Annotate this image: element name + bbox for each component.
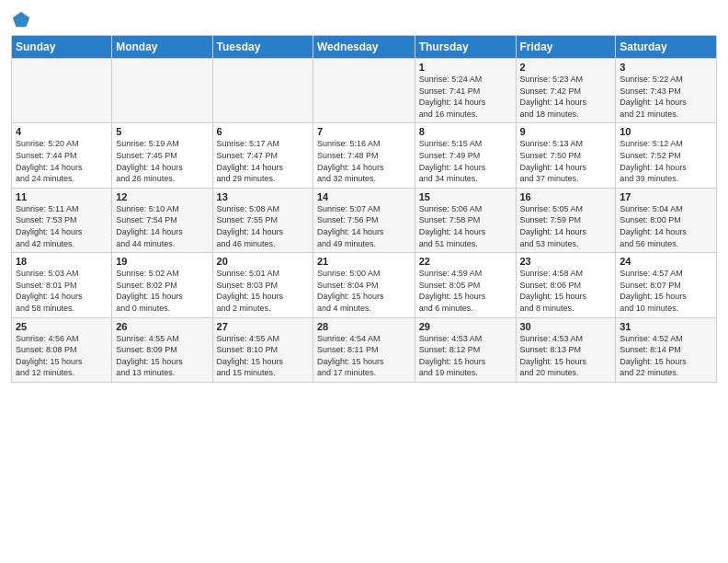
day-cell: 6Sunrise: 5:17 AM Sunset: 7:47 PM Daylig… [212, 123, 313, 188]
day-number: 14 [317, 191, 411, 202]
week-row-1: 1Sunrise: 5:24 AM Sunset: 7:41 PM Daylig… [12, 59, 717, 123]
weekday-header-row: SundayMondayTuesdayWednesdayThursdayFrid… [12, 36, 717, 59]
day-cell: 27Sunrise: 4:55 AM Sunset: 8:10 PM Dayli… [212, 317, 313, 382]
day-number: 18 [16, 256, 108, 267]
day-number: 16 [520, 191, 612, 202]
day-cell: 12Sunrise: 5:10 AM Sunset: 7:54 PM Dayli… [112, 188, 212, 252]
day-number: 31 [620, 321, 712, 332]
day-cell: 19Sunrise: 5:02 AM Sunset: 8:02 PM Dayli… [112, 253, 212, 317]
day-cell: 7Sunrise: 5:16 AM Sunset: 7:48 PM Daylig… [313, 123, 415, 188]
day-info: Sunrise: 5:05 AM Sunset: 7:59 PM Dayligh… [520, 203, 612, 249]
week-row-2: 4Sunrise: 5:20 AM Sunset: 7:44 PM Daylig… [12, 123, 717, 188]
day-cell: 24Sunrise: 4:57 AM Sunset: 8:07 PM Dayli… [616, 253, 717, 317]
day-info: Sunrise: 5:20 AM Sunset: 7:44 PM Dayligh… [16, 138, 108, 184]
day-number: 13 [217, 191, 309, 202]
day-info: Sunrise: 5:06 AM Sunset: 7:58 PM Dayligh… [419, 203, 512, 249]
day-info: Sunrise: 5:00 AM Sunset: 8:04 PM Dayligh… [317, 268, 411, 314]
day-info: Sunrise: 4:55 AM Sunset: 8:09 PM Dayligh… [116, 333, 208, 379]
day-cell: 22Sunrise: 4:59 AM Sunset: 8:05 PM Dayli… [415, 253, 516, 317]
week-row-3: 11Sunrise: 5:11 AM Sunset: 7:53 PM Dayli… [12, 188, 717, 252]
day-number: 1 [419, 62, 512, 73]
day-info: Sunrise: 5:11 AM Sunset: 7:53 PM Dayligh… [16, 203, 108, 249]
day-info: Sunrise: 4:52 AM Sunset: 8:14 PM Dayligh… [620, 333, 712, 379]
day-info: Sunrise: 4:53 AM Sunset: 8:12 PM Dayligh… [419, 333, 512, 379]
day-number: 7 [317, 126, 411, 137]
day-cell: 14Sunrise: 5:07 AM Sunset: 7:56 PM Dayli… [313, 188, 415, 252]
day-cell: 21Sunrise: 5:00 AM Sunset: 8:04 PM Dayli… [313, 253, 415, 317]
day-cell: 13Sunrise: 5:08 AM Sunset: 7:55 PM Dayli… [212, 188, 313, 252]
day-number: 4 [16, 126, 108, 137]
day-number: 23 [520, 256, 612, 267]
day-number: 17 [620, 191, 712, 202]
day-info: Sunrise: 5:04 AM Sunset: 8:00 PM Dayligh… [620, 203, 712, 249]
logo-icon [11, 9, 31, 29]
weekday-header-friday: Friday [516, 36, 616, 59]
day-info: Sunrise: 5:07 AM Sunset: 7:56 PM Dayligh… [317, 203, 411, 249]
day-info: Sunrise: 4:59 AM Sunset: 8:05 PM Dayligh… [419, 268, 512, 314]
logo [11, 9, 35, 29]
day-number: 3 [620, 62, 712, 73]
day-cell: 30Sunrise: 4:53 AM Sunset: 8:13 PM Dayli… [516, 317, 616, 382]
day-number: 27 [217, 321, 309, 332]
day-info: Sunrise: 4:58 AM Sunset: 8:06 PM Dayligh… [520, 268, 612, 314]
day-number: 6 [217, 126, 309, 137]
day-cell: 15Sunrise: 5:06 AM Sunset: 7:58 PM Dayli… [415, 188, 516, 252]
day-number: 10 [620, 126, 712, 137]
day-number: 28 [317, 321, 411, 332]
day-number: 9 [520, 126, 612, 137]
week-row-4: 18Sunrise: 5:03 AM Sunset: 8:01 PM Dayli… [12, 253, 717, 317]
day-number: 22 [419, 256, 512, 267]
day-cell: 23Sunrise: 4:58 AM Sunset: 8:06 PM Dayli… [516, 253, 616, 317]
day-cell [12, 59, 112, 123]
page: SundayMondayTuesdayWednesdayThursdayFrid… [0, 0, 728, 563]
day-cell: 8Sunrise: 5:15 AM Sunset: 7:49 PM Daylig… [415, 123, 516, 188]
day-info: Sunrise: 5:22 AM Sunset: 7:43 PM Dayligh… [620, 74, 712, 120]
day-number: 20 [217, 256, 309, 267]
day-number: 2 [520, 62, 612, 73]
week-row-5: 25Sunrise: 4:56 AM Sunset: 8:08 PM Dayli… [12, 317, 717, 382]
day-info: Sunrise: 4:55 AM Sunset: 8:10 PM Dayligh… [217, 333, 309, 379]
day-cell [212, 59, 313, 123]
day-info: Sunrise: 5:01 AM Sunset: 8:03 PM Dayligh… [217, 268, 309, 314]
day-cell: 3Sunrise: 5:22 AM Sunset: 7:43 PM Daylig… [616, 59, 717, 123]
day-info: Sunrise: 5:19 AM Sunset: 7:45 PM Dayligh… [116, 138, 208, 184]
day-info: Sunrise: 4:54 AM Sunset: 8:11 PM Dayligh… [317, 333, 411, 379]
weekday-header-sunday: Sunday [12, 36, 112, 59]
day-cell: 4Sunrise: 5:20 AM Sunset: 7:44 PM Daylig… [12, 123, 112, 188]
day-cell [112, 59, 212, 123]
day-number: 24 [620, 256, 712, 267]
day-cell [313, 59, 415, 123]
day-cell: 5Sunrise: 5:19 AM Sunset: 7:45 PM Daylig… [112, 123, 212, 188]
day-info: Sunrise: 5:16 AM Sunset: 7:48 PM Dayligh… [317, 138, 411, 184]
day-number: 21 [317, 256, 411, 267]
day-cell: 31Sunrise: 4:52 AM Sunset: 8:14 PM Dayli… [616, 317, 717, 382]
day-info: Sunrise: 5:10 AM Sunset: 7:54 PM Dayligh… [116, 203, 208, 249]
weekday-header-thursday: Thursday [415, 36, 516, 59]
day-info: Sunrise: 5:02 AM Sunset: 8:02 PM Dayligh… [116, 268, 208, 314]
day-info: Sunrise: 5:03 AM Sunset: 8:01 PM Dayligh… [16, 268, 108, 314]
day-cell: 26Sunrise: 4:55 AM Sunset: 8:09 PM Dayli… [112, 317, 212, 382]
day-number: 26 [116, 321, 208, 332]
day-cell: 1Sunrise: 5:24 AM Sunset: 7:41 PM Daylig… [415, 59, 516, 123]
day-info: Sunrise: 5:13 AM Sunset: 7:50 PM Dayligh… [520, 138, 612, 184]
day-info: Sunrise: 5:15 AM Sunset: 7:49 PM Dayligh… [419, 138, 512, 184]
day-cell: 20Sunrise: 5:01 AM Sunset: 8:03 PM Dayli… [212, 253, 313, 317]
day-number: 8 [419, 126, 512, 137]
day-number: 5 [116, 126, 208, 137]
day-info: Sunrise: 5:08 AM Sunset: 7:55 PM Dayligh… [217, 203, 309, 249]
day-number: 15 [419, 191, 512, 202]
weekday-header-saturday: Saturday [616, 36, 717, 59]
day-info: Sunrise: 4:53 AM Sunset: 8:13 PM Dayligh… [520, 333, 612, 379]
day-cell: 25Sunrise: 4:56 AM Sunset: 8:08 PM Dayli… [12, 317, 112, 382]
weekday-header-tuesday: Tuesday [212, 36, 313, 59]
day-info: Sunrise: 4:56 AM Sunset: 8:08 PM Dayligh… [16, 333, 108, 379]
day-cell: 28Sunrise: 4:54 AM Sunset: 8:11 PM Dayli… [313, 317, 415, 382]
day-number: 11 [16, 191, 108, 202]
day-cell: 16Sunrise: 5:05 AM Sunset: 7:59 PM Dayli… [516, 188, 616, 252]
weekday-header-wednesday: Wednesday [313, 36, 415, 59]
day-number: 25 [16, 321, 108, 332]
day-cell: 29Sunrise: 4:53 AM Sunset: 8:12 PM Dayli… [415, 317, 516, 382]
day-info: Sunrise: 5:24 AM Sunset: 7:41 PM Dayligh… [419, 74, 512, 120]
day-cell: 10Sunrise: 5:12 AM Sunset: 7:52 PM Dayli… [616, 123, 717, 188]
day-cell: 9Sunrise: 5:13 AM Sunset: 7:50 PM Daylig… [516, 123, 616, 188]
